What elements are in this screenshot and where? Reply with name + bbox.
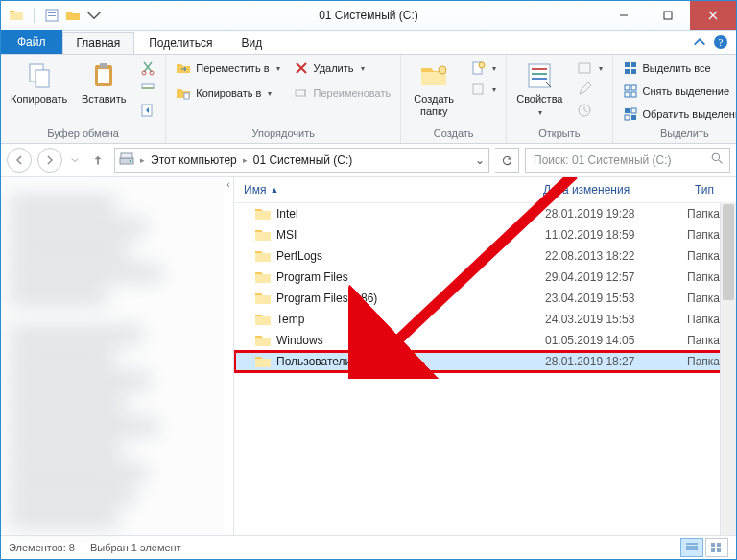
svg-rect-25 bbox=[579, 63, 590, 73]
chevron-right-icon[interactable]: ▸ bbox=[243, 155, 248, 165]
svg-point-41 bbox=[130, 159, 131, 161]
ribbon: Копировать Вставить Буфер обмена Перемес… bbox=[1, 55, 736, 144]
search-input[interactable] bbox=[532, 152, 705, 168]
svg-rect-35 bbox=[625, 108, 630, 113]
tab-view[interactable]: Вид bbox=[226, 32, 276, 54]
maximize-button[interactable] bbox=[646, 1, 690, 30]
svg-rect-10 bbox=[100, 63, 107, 68]
recent-locations-button[interactable] bbox=[68, 149, 82, 172]
copy-button[interactable]: Копировать bbox=[7, 58, 71, 107]
open-button[interactable]: ▾ bbox=[573, 58, 606, 78]
paste-button[interactable]: Вставить bbox=[77, 58, 131, 107]
file-list: Имя▲ Дата изменения Тип Intel28.01.2019 … bbox=[233, 177, 736, 535]
chevron-right-icon[interactable]: ▸ bbox=[140, 155, 145, 165]
address-dropdown-icon[interactable]: ⌄ bbox=[475, 153, 485, 167]
table-row[interactable]: Program Files29.04.2019 12:57Папка с ф bbox=[234, 267, 736, 288]
tab-share[interactable]: Поделиться bbox=[134, 32, 226, 54]
folder-icon bbox=[255, 228, 271, 242]
folder-icon bbox=[255, 249, 271, 263]
vertical-scrollbar[interactable] bbox=[720, 202, 736, 535]
tab-file[interactable]: Файл bbox=[1, 30, 62, 54]
up-button[interactable] bbox=[87, 150, 108, 171]
table-row[interactable]: Program Files (x86)23.04.2019 15:53Папка… bbox=[234, 288, 736, 309]
column-date[interactable]: Дата изменения bbox=[534, 183, 685, 197]
edit-button[interactable] bbox=[573, 80, 606, 99]
delete-button[interactable]: Удалить▾ bbox=[290, 58, 395, 78]
file-date: 28.01.2019 18:27 bbox=[535, 355, 678, 368]
breadcrumb-this-pc[interactable]: Этот компьютер bbox=[151, 153, 237, 167]
rename-button[interactable]: Переименовать bbox=[290, 83, 395, 103]
refresh-button[interactable] bbox=[495, 148, 519, 173]
svg-rect-45 bbox=[711, 548, 715, 552]
folder-icon bbox=[255, 292, 271, 305]
svg-rect-1 bbox=[48, 12, 56, 13]
details-view-button[interactable] bbox=[680, 538, 703, 557]
properties-button[interactable]: Свойства ▾ bbox=[512, 58, 566, 119]
table-row[interactable]: Windows01.05.2019 14:05Папка с ф bbox=[234, 330, 736, 351]
svg-point-42 bbox=[712, 153, 719, 160]
new-item-button[interactable]: ▾ bbox=[466, 58, 500, 78]
history-button[interactable] bbox=[573, 101, 606, 120]
help-icon[interactable]: ? bbox=[713, 35, 728, 50]
svg-rect-31 bbox=[625, 85, 630, 90]
folder-icon bbox=[255, 313, 271, 326]
qat-dropdown-icon[interactable] bbox=[86, 8, 102, 23]
svg-rect-37 bbox=[625, 115, 630, 120]
table-row[interactable]: Intel28.01.2019 19:28Папка с ф bbox=[234, 203, 736, 224]
search-box[interactable] bbox=[525, 148, 730, 173]
splitter[interactable]: ‹ bbox=[224, 177, 233, 535]
group-open: Свойства ▾ ▾ Открыть bbox=[507, 55, 612, 143]
tab-home[interactable]: Главная bbox=[62, 32, 135, 54]
select-all-button[interactable]: Выделить все bbox=[619, 58, 738, 78]
window-controls bbox=[602, 1, 736, 30]
file-date: 24.03.2019 15:53 bbox=[535, 313, 678, 326]
minimize-button[interactable] bbox=[602, 1, 646, 30]
svg-rect-16 bbox=[296, 90, 305, 96]
select-none-button[interactable]: Снять выделение bbox=[619, 82, 738, 101]
file-date: 22.08.2013 18:22 bbox=[535, 249, 678, 263]
new-folder-icon[interactable] bbox=[65, 8, 81, 23]
copy-to-button[interactable]: Копировать в▾ bbox=[172, 83, 283, 103]
table-row[interactable]: MSI11.02.2019 18:59Папка с ф bbox=[234, 224, 736, 245]
easy-access-button[interactable]: ▾ bbox=[466, 80, 500, 99]
svg-rect-32 bbox=[631, 85, 636, 90]
address-bar[interactable]: ▸ Этот компьютер ▸ 01 Системный (C:) ⌄ bbox=[114, 148, 489, 173]
folder-icon bbox=[255, 334, 271, 347]
svg-rect-30 bbox=[631, 69, 636, 74]
file-date: 11.02.2019 18:59 bbox=[535, 228, 678, 242]
icons-view-button[interactable] bbox=[705, 538, 728, 557]
table-row[interactable]: Temp24.03.2019 15:53Папка с ф bbox=[234, 309, 736, 330]
copy-path-button[interactable] bbox=[136, 80, 159, 99]
folder-icon bbox=[255, 270, 271, 284]
file-date: 23.04.2019 15:53 bbox=[535, 292, 678, 305]
column-type[interactable]: Тип bbox=[685, 183, 736, 197]
column-name[interactable]: Имя▲ bbox=[234, 183, 534, 197]
back-button[interactable] bbox=[7, 148, 32, 173]
table-row[interactable]: PerfLogs22.08.2013 18:22Папка с ф bbox=[234, 245, 736, 267]
close-button[interactable] bbox=[690, 1, 736, 30]
breadcrumb-drive[interactable]: 01 Системный (C:) bbox=[253, 153, 353, 167]
folder-icon bbox=[9, 8, 24, 23]
navigation-pane[interactable] bbox=[1, 177, 224, 535]
cut-button[interactable] bbox=[136, 58, 159, 78]
column-headers: Имя▲ Дата изменения Тип bbox=[234, 177, 736, 203]
svg-rect-22 bbox=[532, 68, 547, 70]
svg-point-19 bbox=[479, 62, 485, 68]
new-folder-button[interactable]: Создать папку bbox=[407, 58, 461, 119]
file-name: Program Files bbox=[276, 270, 348, 284]
forward-button[interactable] bbox=[37, 148, 62, 173]
select-invert-button[interactable]: Обратить выделение bbox=[619, 105, 738, 124]
scrollbar-thumb[interactable] bbox=[723, 204, 734, 300]
ribbon-collapse-icon[interactable] bbox=[692, 35, 707, 50]
svg-rect-2 bbox=[48, 15, 56, 16]
drive-icon bbox=[119, 152, 134, 170]
svg-rect-46 bbox=[717, 548, 721, 552]
sort-asc-icon: ▲ bbox=[270, 185, 278, 195]
table-row[interactable]: Пользователи28.01.2019 18:27Папка с ф bbox=[234, 351, 736, 372]
content-area: ‹ Имя▲ Дата изменения Тип Intel28.01.201… bbox=[1, 177, 736, 535]
svg-rect-15 bbox=[184, 93, 189, 99]
properties-icon[interactable] bbox=[44, 8, 59, 23]
file-name: Windows bbox=[276, 334, 323, 347]
move-to-button[interactable]: Переместить в▾ bbox=[172, 58, 283, 78]
paste-shortcut-button[interactable] bbox=[136, 101, 159, 120]
